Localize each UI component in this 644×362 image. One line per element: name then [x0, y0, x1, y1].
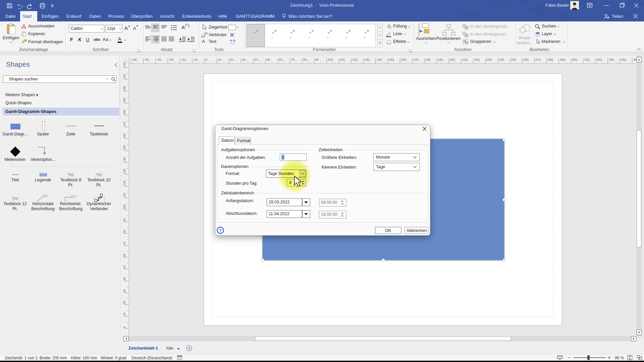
- svg-text:?: ?: [219, 228, 222, 233]
